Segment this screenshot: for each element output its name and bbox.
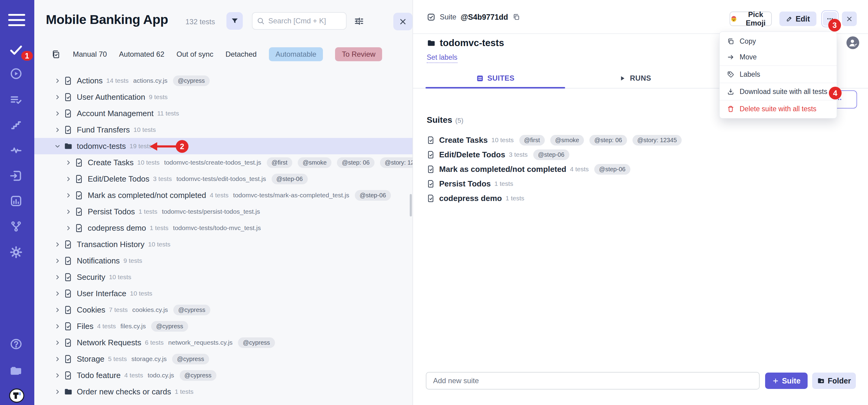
filter-manual[interactable]: Manual 70	[73, 50, 107, 59]
tree-row-edit-delete-todos[interactable]: Edit/Delete Todos3 teststodomvc-tests/ed…	[34, 171, 412, 187]
tree-row-fund-transfers[interactable]: Fund Transfers10 tests	[34, 122, 412, 138]
chevron-right-icon[interactable]	[65, 209, 72, 215]
file-icon	[427, 136, 435, 144]
tree-row-todo-feature[interactable]: Todo feature4 teststodo.cy.js@cypress	[34, 367, 412, 383]
tree-row-storage[interactable]: Storage5 testsstorage.cy.js@cypress	[34, 351, 412, 367]
chevron-right-icon[interactable]	[54, 389, 61, 395]
tab-runs[interactable]: RUNS	[565, 69, 705, 88]
chevron-right-icon[interactable]	[65, 225, 72, 231]
tree-row-persist-todos[interactable]: Persist Todos1 teststodomvc-tests/persis…	[34, 203, 412, 220]
suite-row-codepress-demo[interactable]: codepress demo1 tests	[413, 191, 868, 206]
tree-item-path: todomvc-tests/edit-todos_test.js	[176, 175, 266, 182]
tree-row-actions[interactable]: Actions14 testsactions.cy.js@cypress	[34, 72, 412, 89]
active-tab-underline	[426, 87, 565, 89]
suite-row-create-tasks[interactable]: Create Tasks10 tests@first@smoke@step: 0…	[413, 133, 868, 147]
filter-out-of-sync[interactable]: Out of sync	[177, 50, 213, 59]
analytics-nav-icon[interactable]	[9, 194, 23, 208]
tree-row-network-requests[interactable]: Network Requests6 testsnetwork_requests.…	[34, 334, 412, 351]
filter-to-review[interactable]: To Review	[335, 47, 382, 61]
filter-automatable[interactable]: Automatable	[269, 47, 323, 61]
funnel-icon	[231, 17, 239, 25]
chevron-right-icon[interactable]	[54, 78, 61, 84]
app-logo[interactable]	[9, 388, 24, 403]
tree-row-todomvc-tests[interactable]: todomvc-tests19 tests	[34, 138, 412, 154]
chevron-right-icon[interactable]	[54, 372, 61, 379]
tab-suites[interactable]: SUITES	[426, 69, 565, 88]
add-suite-label: Suite	[782, 376, 800, 385]
chevron-right-icon[interactable]	[54, 307, 61, 313]
chevron-right-icon[interactable]	[54, 291, 61, 297]
close-icon	[399, 18, 407, 26]
tests-nav-icon[interactable]	[9, 43, 23, 57]
view-settings-sliders-icon[interactable]	[353, 16, 365, 27]
tree-row-notifications[interactable]: Notifications9 tests	[34, 252, 412, 269]
tree-item-path: network_requests.cy.js	[168, 339, 232, 346]
import-nav-icon[interactable]	[9, 169, 23, 182]
suite-row-count: 1 tests	[494, 180, 513, 187]
runs-nav-icon[interactable]	[9, 67, 23, 80]
chevron-right-icon[interactable]	[65, 176, 72, 182]
pulse-nav-icon[interactable]	[9, 143, 23, 157]
tree-row-files[interactable]: Files4 testsfiles.cy.js@cypress	[34, 318, 412, 334]
menu-item-copy[interactable]: Copy	[720, 33, 837, 49]
chevron-right-icon[interactable]	[54, 340, 61, 346]
tree-row-cookies[interactable]: Cookies7 testscookies.cy.js@cypress	[34, 302, 412, 318]
tree-scrollbar[interactable]	[410, 194, 412, 216]
tree-row-order-new-checks-or-cards[interactable]: Order new checks or cards1 tests	[34, 383, 412, 400]
projects-folder-icon[interactable]	[9, 363, 23, 376]
filter-detached[interactable]: Detached	[225, 50, 257, 59]
tree-row-account-management[interactable]: Account Management11 tests	[34, 105, 412, 122]
tag-pill: @step-06	[594, 164, 630, 175]
chevron-right-icon[interactable]	[54, 274, 61, 280]
close-suite-button[interactable]	[842, 11, 857, 26]
suite-row-mark-as-completed-not-completed[interactable]: Mark as completed/not completed4 tests@s…	[413, 162, 868, 176]
close-panel-button[interactable]	[393, 13, 412, 30]
chevron-right-icon[interactable]	[54, 110, 61, 117]
chevron-right-icon[interactable]	[65, 160, 72, 166]
search-box[interactable]	[252, 12, 347, 30]
tag-pill: @cypress	[173, 305, 210, 315]
tree-row-codepress-demo[interactable]: codepress demo1 teststodomvc-tests/todo-…	[34, 220, 412, 236]
steps-nav-icon[interactable]	[9, 118, 23, 132]
tree-row-mark-as-completed-not-completed[interactable]: Mark as completed/not completed4 teststo…	[34, 187, 412, 203]
suite-row-persist-todos[interactable]: Persist Todos1 tests	[413, 176, 868, 191]
add-suite-input[interactable]	[426, 372, 760, 390]
user-avatar[interactable]	[846, 36, 859, 49]
settings-gear-icon[interactable]	[9, 245, 23, 259]
pick-emoji-button[interactable]: Pick Emoji	[730, 11, 772, 26]
suite-row-edit-delete-todos[interactable]: Edit/Delete Todos3 tests@step-06	[413, 147, 868, 162]
tree-item-label: Actions	[77, 76, 102, 86]
chevron-right-icon[interactable]	[65, 192, 72, 199]
tag-pill: @cypress	[180, 370, 216, 381]
chevron-right-icon[interactable]	[54, 94, 61, 100]
bulk-check-icon[interactable]	[51, 50, 61, 59]
add-folder-button[interactable]: Folder	[812, 373, 856, 389]
copy-id-icon[interactable]	[512, 13, 520, 21]
chevron-right-icon[interactable]	[54, 356, 61, 362]
tree-row-create-tasks[interactable]: Create Tasks10 teststodomvc-tests/create…	[34, 154, 412, 171]
tree-row-user-authentication[interactable]: User Authentication9 tests	[34, 89, 412, 105]
plans-nav-icon[interactable]	[9, 93, 23, 107]
menu-item-move[interactable]: Move	[720, 49, 837, 65]
chevron-right-icon[interactable]	[54, 258, 61, 264]
menu-item-download-suite-with-all-tests[interactable]: Download suite with all tests	[720, 84, 837, 99]
tree-row-security[interactable]: Security10 tests	[34, 269, 412, 285]
menu-item-delete-suite-with-all-tests[interactable]: Delete suite with all tests	[720, 101, 837, 117]
chevron-down-icon[interactable]	[54, 143, 61, 149]
hamburger-menu-icon[interactable]	[8, 14, 25, 26]
chevron-right-icon[interactable]	[54, 323, 61, 330]
set-labels-link[interactable]: Set labels	[427, 53, 457, 63]
runs-tab-label: RUNS	[630, 74, 651, 82]
add-suite-button[interactable]: Suite	[765, 373, 808, 389]
menu-item-labels[interactable]: Labels	[720, 66, 837, 82]
filter-automated[interactable]: Automated 62	[119, 50, 164, 59]
filter-button[interactable]	[226, 12, 243, 30]
search-input[interactable]	[268, 17, 342, 25]
branch-nav-icon[interactable]	[9, 220, 23, 233]
chevron-right-icon[interactable]	[54, 127, 61, 133]
chevron-right-icon[interactable]	[54, 241, 61, 248]
help-icon[interactable]	[9, 337, 23, 351]
tree-row-user-interface[interactable]: User Interface10 tests	[34, 285, 412, 302]
edit-button[interactable]: Edit	[779, 11, 816, 26]
tree-row-transaction-history[interactable]: Transaction History10 tests	[34, 236, 412, 252]
